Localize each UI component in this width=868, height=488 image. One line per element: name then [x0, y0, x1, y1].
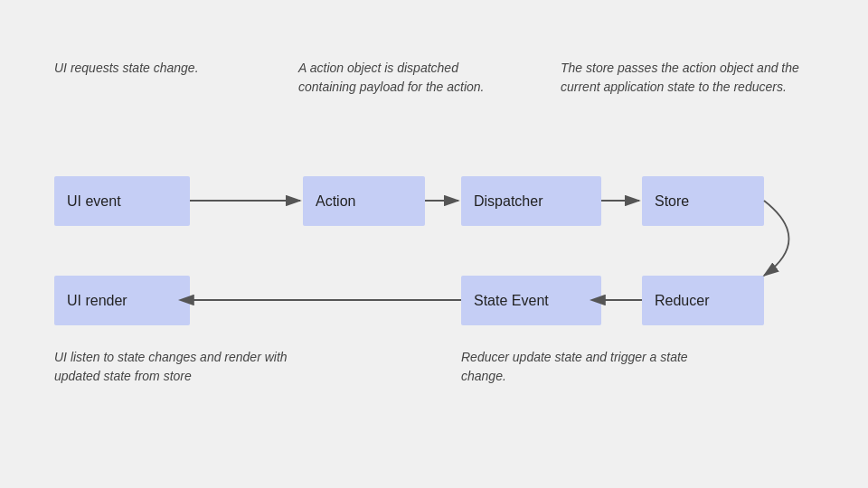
annotation-3: The store passes the action object and t… — [561, 59, 823, 97]
diagram-container: UI requests state change. A action objec… — [0, 0, 868, 488]
box-store: Store — [642, 176, 764, 226]
box-state-event: State Event — [461, 276, 601, 325]
box-ui-event: UI event — [54, 176, 190, 226]
box-dispatcher: Dispatcher — [461, 176, 601, 226]
annotation-2: A action object is dispatched containing… — [298, 59, 515, 97]
box-action: Action — [303, 176, 425, 226]
arrow-store-to-reducer — [764, 201, 789, 276]
box-reducer: Reducer — [642, 276, 764, 325]
annotation-1: UI requests state change. — [54, 59, 235, 78]
box-ui-render: UI render — [54, 276, 190, 325]
annotation-4: UI listen to state changes and render wi… — [54, 348, 307, 386]
annotation-5: Reducer update state and trigger a state… — [461, 348, 696, 386]
